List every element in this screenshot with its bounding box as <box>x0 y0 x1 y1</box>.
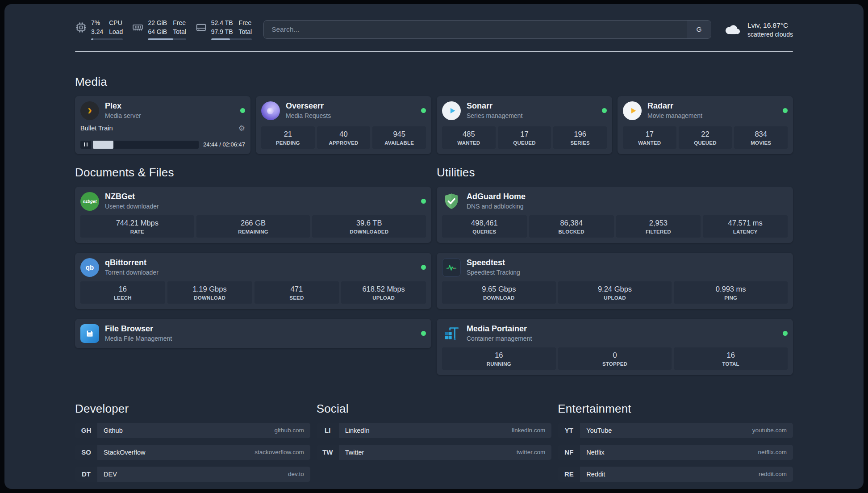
section-entertainment: Entertainment YT YouTube youtube.com NF … <box>558 402 793 482</box>
bookmark-name: DEV <box>104 471 117 478</box>
bookmark-abbr: DT <box>75 467 97 482</box>
bookmark-reddit[interactable]: RE Reddit reddit.com <box>558 467 793 482</box>
app-subtitle: Speedtest Tracking <box>467 269 520 276</box>
stat-queued: 17 QUEUED <box>498 126 551 149</box>
bookmark-twitter[interactable]: TW Twitter twitter.com <box>317 445 552 460</box>
cloud-icon <box>723 23 742 36</box>
stat-wanted: 485 WANTED <box>442 126 496 149</box>
nzbget-logo-text: nzbget <box>83 199 97 204</box>
app-name: qBittorrent <box>105 259 159 267</box>
stat-label: UPLOAD <box>560 295 670 301</box>
app-name: Overseerr <box>286 102 331 111</box>
memory-total-label: Total <box>173 28 186 36</box>
status-online-dot <box>421 199 426 204</box>
stat-label: RATE <box>82 229 192 234</box>
stat-upload: 9.24 Gbps UPLOAD <box>558 281 672 304</box>
stat-value: 2,953 <box>618 219 699 227</box>
stat-label: LEECH <box>82 295 163 301</box>
bookmark-name: Netflix <box>586 449 604 456</box>
status-online-dot <box>783 108 788 113</box>
bookmark-domain: twitter.com <box>517 449 546 455</box>
bookmark-linkedin[interactable]: LI LinkedIn linkedin.com <box>317 423 552 438</box>
stat-label: SERIES <box>555 140 605 146</box>
app-card-qbittorrent[interactable]: qb qBittorrent Torrent downloader 16 LEE… <box>75 253 431 309</box>
bookmark-abbr: TW <box>317 445 339 460</box>
app-card-portainer[interactable]: Media Portainer Container management 16 … <box>437 319 793 375</box>
bookmark-abbr: YT <box>558 423 580 438</box>
stat-label: BLOCKED <box>531 229 612 234</box>
app-card-plex[interactable]: › Plex Media server Bullet Train ⚙ <box>75 96 250 154</box>
stat-running: 16 RUNNING <box>442 347 556 370</box>
stat-label: RUNNING <box>444 361 554 367</box>
stat-value: 40 <box>319 130 369 138</box>
bookmark-dev[interactable]: DT DEV dev.to <box>75 467 310 482</box>
bookmark-abbr: GH <box>75 423 97 438</box>
app-card-speedtest[interactable]: Speedtest Speedtest Tracking 9.65 Gbps D… <box>437 253 793 309</box>
screen-frame: 7% 3.24 CPU Load <box>0 0 868 493</box>
bookmark-abbr: RE <box>558 467 580 482</box>
pause-button[interactable] <box>80 141 91 149</box>
app-card-adguard[interactable]: AdGuard Home DNS and adblocking 498,461 … <box>437 187 793 243</box>
stat-available: 945 AVAILABLE <box>372 126 426 149</box>
stat-value: 0 <box>560 351 670 359</box>
section-title-utilities: Utilities <box>437 166 793 180</box>
playback-progress-track[interactable] <box>93 141 199 149</box>
disk-free: 52.4 TB <box>211 19 233 27</box>
playback-progress-fill <box>93 141 113 149</box>
stat-remaining: 266 GB REMAINING <box>196 215 310 238</box>
section-media: Media › Plex Media server Bullet Train ⚙ <box>75 75 793 154</box>
stat-value: 9.24 Gbps <box>560 285 670 293</box>
stat-value: 16 <box>82 285 163 293</box>
app-subtitle: Series management <box>467 112 522 119</box>
stat-series: 196 SERIES <box>553 126 607 149</box>
stat-value: 86,384 <box>531 219 612 227</box>
bookmark-abbr: SO <box>75 445 97 460</box>
stat-label: WANTED <box>444 140 494 146</box>
gear-icon[interactable]: ⚙ <box>238 125 245 132</box>
bookmark-domain: linkedin.com <box>512 427 545 434</box>
section-title-documents: Documents & Files <box>75 166 431 180</box>
cpu-progress-fill <box>91 38 93 40</box>
bookmark-netflix[interactable]: NF Netflix netflix.com <box>558 445 793 460</box>
app-card-filebrowser[interactable]: File Browser Media File Management <box>75 319 431 348</box>
disk-progress-fill <box>211 38 230 40</box>
sonarr-icon <box>442 101 461 120</box>
bookmark-github[interactable]: GH Github github.com <box>75 423 310 438</box>
adguard-shield-icon <box>442 192 461 211</box>
stat-ping: 0.993 ms PING <box>674 281 788 304</box>
status-online-dot <box>421 108 426 113</box>
stat-rate: 744.21 Mbps RATE <box>80 215 194 238</box>
app-name: AdGuard Home <box>467 192 526 201</box>
stat-seed: 471 SEED <box>255 281 339 304</box>
dashboard-page: 7% 3.24 CPU Load <box>4 4 864 489</box>
stat-label: PENDING <box>263 140 313 146</box>
cpu-label: CPU <box>109 19 123 27</box>
app-card-overseerr[interactable]: Overseerr Media Requests 21 PENDING 40 A… <box>256 96 431 154</box>
radarr-icon <box>623 101 642 120</box>
speedtest-pulse-icon <box>442 258 461 277</box>
stat-download: 9.65 Gbps DOWNLOAD <box>442 281 556 304</box>
search-input[interactable] <box>264 21 687 38</box>
bookmark-stackoverflow[interactable]: SO StackOverflow stackoverflow.com <box>75 445 310 460</box>
search-provider-button[interactable]: G <box>687 21 711 38</box>
stat-label: AVAILABLE <box>374 140 424 146</box>
stat-blocked: 86,384 BLOCKED <box>529 215 614 238</box>
stat-label: DOWNLOAD <box>444 295 554 301</box>
stat-value: 9.65 Gbps <box>444 285 554 293</box>
app-card-radarr[interactable]: Radarr Movie management 17 WANTED 22 QUE… <box>618 96 793 154</box>
stat-upload: 618.52 Mbps UPLOAD <box>341 281 426 304</box>
stat-value: 47.571 ms <box>705 219 786 227</box>
app-card-nzbget[interactable]: nzbget NZBGet Usenet downloader 744.21 M… <box>75 187 431 243</box>
status-online-dot <box>783 331 788 336</box>
stat-value: 266 GB <box>198 219 309 227</box>
app-name: Media Portainer <box>467 325 532 334</box>
bookmark-youtube[interactable]: YT YouTube youtube.com <box>558 423 793 438</box>
bookmark-domain: stackoverflow.com <box>255 449 304 455</box>
bookmark-abbr: NF <box>558 445 580 460</box>
app-name: Plex <box>105 102 141 111</box>
stat-value: 0.993 ms <box>676 285 786 293</box>
stat-value: 485 <box>444 130 494 138</box>
stat-value: 744.21 Mbps <box>82 219 192 227</box>
app-name: Radarr <box>647 102 702 111</box>
app-card-sonarr[interactable]: Sonarr Series management 485 WANTED 17 Q… <box>437 96 612 154</box>
